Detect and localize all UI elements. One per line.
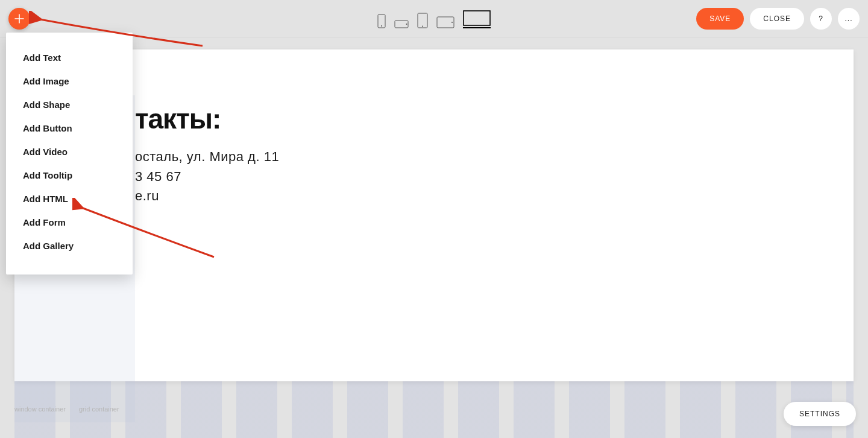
device-tablet-landscape[interactable] — [436, 16, 454, 28]
device-phone-landscape[interactable] — [394, 20, 409, 28]
add-form-item[interactable]: Add Form — [23, 211, 116, 234]
tablet-landscape-icon — [436, 16, 454, 28]
svg-rect-8 — [464, 11, 490, 25]
add-menu-panel: Add Text Add Image Add Shape Add Button … — [6, 33, 133, 275]
add-text-item[interactable]: Add Text — [23, 46, 116, 69]
plus-icon — [14, 14, 24, 24]
toolbar-right: SAVE CLOSE ? ... — [696, 8, 860, 30]
add-html-item[interactable]: Add HTML — [23, 187, 116, 211]
toolbar-left — [8, 8, 30, 30]
add-image-item[interactable]: Add Image — [23, 69, 116, 93]
phone-line-fragment: 3 45 67 — [135, 169, 181, 185]
page-surface[interactable] — [14, 49, 854, 381]
add-button[interactable] — [8, 8, 30, 30]
phone-landscape-icon — [394, 20, 409, 28]
device-phone-portrait[interactable] — [377, 14, 386, 28]
svg-rect-6 — [437, 17, 454, 28]
svg-point-1 — [381, 25, 382, 27]
device-switcher — [377, 10, 491, 28]
add-shape-item[interactable]: Add Shape — [23, 93, 116, 116]
help-button[interactable]: ? — [810, 8, 832, 30]
save-button[interactable]: SAVE — [696, 8, 744, 30]
device-tablet-portrait[interactable] — [417, 13, 428, 28]
settings-button[interactable]: SETTINGS — [784, 402, 856, 426]
svg-point-5 — [422, 26, 423, 27]
window-container-label: window container — [14, 405, 66, 413]
grid-container-label: grid container — [79, 405, 119, 413]
more-button[interactable]: ... — [838, 8, 860, 30]
footer-labels: window container grid container — [14, 405, 119, 413]
email-line-fragment: e.ru — [135, 188, 159, 204]
add-gallery-item[interactable]: Add Gallery — [23, 234, 116, 258]
phone-portrait-icon — [377, 14, 386, 28]
page-title-fragment: такты: — [135, 103, 221, 135]
add-video-item[interactable]: Add Video — [23, 140, 116, 163]
add-button-item[interactable]: Add Button — [23, 116, 116, 140]
tablet-portrait-icon — [417, 13, 428, 28]
desktop-icon — [463, 10, 491, 26]
add-tooltip-item[interactable]: Add Tooltip — [23, 163, 116, 187]
top-toolbar: SAVE CLOSE ? ... — [0, 0, 868, 37]
address-line-fragment: осталь, ул. Мира д. 11 — [135, 149, 279, 165]
device-desktop[interactable] — [463, 10, 491, 28]
svg-point-3 — [406, 24, 407, 25]
close-button[interactable]: CLOSE — [750, 8, 804, 30]
svg-rect-4 — [418, 13, 427, 28]
svg-point-7 — [451, 22, 453, 23]
